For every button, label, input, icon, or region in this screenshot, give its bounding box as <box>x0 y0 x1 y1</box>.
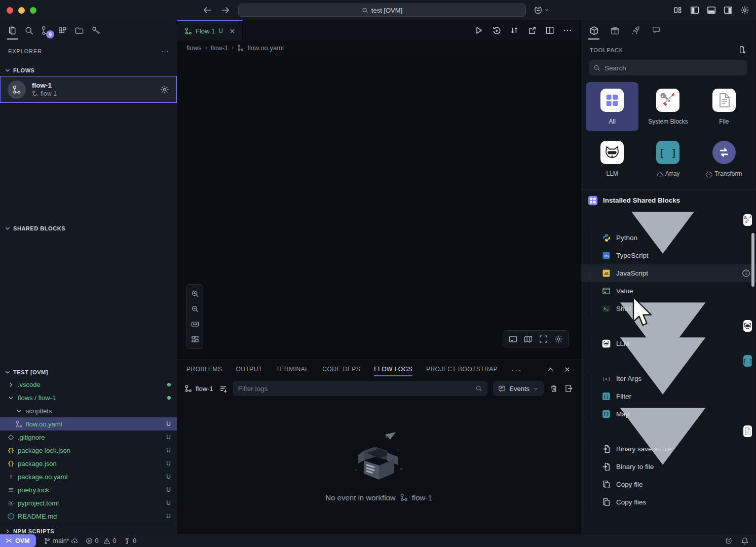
forward-arrow-icon[interactable] <box>221 6 230 15</box>
explorer-view-button[interactable] <box>4 21 21 40</box>
events-dropdown[interactable]: Events <box>493 381 544 396</box>
git-branch-indicator[interactable]: main* <box>44 537 78 544</box>
log-level-filter-icon[interactable] <box>219 384 228 393</box>
toolpack-search-input[interactable]: Search <box>589 60 747 75</box>
fullscreen-icon[interactable] <box>539 335 548 343</box>
tree-item-package-lock.json[interactable]: {}package-lock.jsonU <box>0 444 177 457</box>
new-block-file-icon[interactable] <box>738 46 746 54</box>
block-item-typescript[interactable]: TSTypeScript <box>581 247 755 264</box>
tree-item-pyproject.toml[interactable]: pyproject.tomlU <box>0 496 177 510</box>
secrets-view-button[interactable] <box>88 21 104 40</box>
tree-item-.gitignore[interactable]: .gitignoreU <box>0 431 177 444</box>
settings-gear-icon[interactable] <box>740 6 749 15</box>
tree-item-flows-flow-1[interactable]: flows / flow-1 <box>0 391 177 404</box>
command-center-search[interactable]: test [OVM] <box>238 4 526 17</box>
toggle-right-sidebar-icon[interactable] <box>724 6 733 15</box>
tile-llm[interactable]: LLM <box>586 134 638 183</box>
block-item-binary-save-as-file[interactable]: Binary save as file <box>581 440 755 458</box>
split-editor-icon[interactable] <box>545 26 554 35</box>
export-logs-icon[interactable] <box>564 384 573 393</box>
tree-item-package.json[interactable]: {}package.jsonU <box>0 457 177 470</box>
breadcrumb-flows[interactable]: flows <box>186 44 202 52</box>
block-item-javascript[interactable]: JSJavaScript <box>581 264 755 282</box>
tree-item-.vscode[interactable]: .vscode <box>0 378 177 391</box>
canvas-settings-gear-icon[interactable] <box>554 335 563 343</box>
close-panel-icon[interactable] <box>563 366 571 373</box>
breadcrumb-file[interactable]: flow.oo.yaml <box>247 44 284 52</box>
panel-tab-code-deps[interactable]: CODE DEPS <box>322 360 360 378</box>
zoom-out-button[interactable] <box>187 301 203 317</box>
block-item-shell[interactable]: Shell <box>581 300 755 318</box>
zoom-in-button[interactable] <box>187 286 203 301</box>
close-window-button[interactable] <box>7 7 13 14</box>
scrollbar-thumb[interactable] <box>751 233 754 287</box>
tile-system-blocks[interactable]: System Blocks <box>641 82 694 131</box>
remote-indicator[interactable]: OVM <box>0 534 36 547</box>
tile-array[interactable]: [ ]Array <box>641 134 694 183</box>
maximize-window-button[interactable] <box>30 7 36 14</box>
panel-tabs-overflow[interactable]: ··· <box>511 365 522 374</box>
tile-file[interactable]: File <box>698 82 750 131</box>
block-item-copy-flies[interactable]: Copy flies <box>581 493 755 511</box>
panel-tab-problems[interactable]: PROBLEMS <box>186 360 222 378</box>
block-item-copy-file[interactable]: Copy file <box>581 476 755 493</box>
block-item-iter-args[interactable]: [x]Iter Args <box>581 370 755 387</box>
toggle-left-sidebar-icon[interactable] <box>690 6 699 15</box>
flow-canvas[interactable] <box>177 55 580 360</box>
block-group-file[interactable]: File0.0.10 <box>581 423 755 440</box>
block-item-map[interactable]: []Map <box>581 405 755 423</box>
customize-layout-icon[interactable] <box>673 6 683 15</box>
notifications-bell-icon[interactable] <box>741 537 749 545</box>
rerun-icon[interactable] <box>492 26 501 35</box>
breadcrumb-flow-1[interactable]: flow-1 <box>211 44 229 52</box>
tile-all[interactable]: All <box>586 82 638 131</box>
flow-card-flow-1[interactable]: flow-1 flow-1 <box>0 76 177 103</box>
auto-layout-button[interactable] <box>187 332 203 347</box>
panel-tab-output[interactable]: OUTPUT <box>236 360 262 378</box>
toggle-bottom-panel-icon[interactable] <box>509 335 517 343</box>
back-arrow-icon[interactable] <box>203 6 212 15</box>
block-group-system-blocks[interactable]: System Blocks <box>581 212 755 229</box>
block-item-filter[interactable]: []Filter <box>581 387 755 405</box>
maximize-panel-icon[interactable] <box>547 366 554 373</box>
folder-view-button[interactable] <box>71 21 88 40</box>
panel-tab-flow-logs[interactable]: FLOW LOGS <box>374 360 412 378</box>
search-view-button[interactable] <box>21 21 37 40</box>
extensions-view-button[interactable] <box>54 21 71 40</box>
minimap-icon[interactable] <box>524 335 533 343</box>
toggle-panel-icon[interactable] <box>707 6 716 15</box>
tab-flow-1[interactable]: Flow 1 U <box>177 20 243 41</box>
panel-tab-project-bootstrap[interactable]: PROJECT BOOTSTRAP <box>426 360 498 378</box>
block-item-binary-to-file[interactable]: Binary to file <box>581 458 755 476</box>
tree-item-scriptlets[interactable]: scriptlets <box>0 404 177 417</box>
clear-logs-icon[interactable] <box>549 384 558 393</box>
info-icon[interactable] <box>742 269 750 278</box>
block-item-value[interactable]: Value <box>581 282 755 300</box>
tile-transform[interactable]: Transform <box>698 134 750 183</box>
flows-section-header[interactable]: FLOWS <box>0 65 177 76</box>
tree-item-poetry.lock[interactable]: poetry.lockU <box>0 483 177 496</box>
tree-item-README.md[interactable]: README.mdU <box>0 510 177 523</box>
panel-tab-terminal[interactable]: TERMINAL <box>276 360 309 378</box>
block-item-python[interactable]: Python <box>581 229 755 247</box>
flow-settings-gear-icon[interactable] <box>160 85 169 94</box>
robot-icon[interactable] <box>725 537 733 545</box>
tab-rewards[interactable] <box>608 21 622 40</box>
tree-item-package.oo.yaml[interactable]: !package.oo.yamlU <box>0 470 177 483</box>
tab-chat[interactable] <box>649 21 663 40</box>
compare-changes-icon[interactable] <box>510 26 519 35</box>
assistant-menu[interactable] <box>533 5 549 15</box>
shared-blocks-section-header[interactable]: SHARED BLOCKS <box>0 223 177 234</box>
fit-view-button[interactable] <box>187 317 203 332</box>
tab-bootstrap[interactable] <box>628 21 642 40</box>
more-actions-icon[interactable] <box>563 26 572 35</box>
filter-logs-input[interactable]: Filter logs <box>233 381 488 396</box>
explorer-more-button[interactable]: ··· <box>161 47 169 55</box>
ports-indicator[interactable]: 0 <box>124 537 136 544</box>
workspace-header[interactable]: TEST [OVM] <box>0 367 177 378</box>
tab-toolpack[interactable] <box>587 21 601 40</box>
problems-indicator[interactable]: 0 0 <box>86 537 116 544</box>
block-item-llm[interactable]: LLM <box>581 335 755 353</box>
tree-item-flow.oo.yaml[interactable]: flow.oo.yamlU <box>0 417 177 431</box>
export-flow-icon[interactable] <box>527 26 537 35</box>
